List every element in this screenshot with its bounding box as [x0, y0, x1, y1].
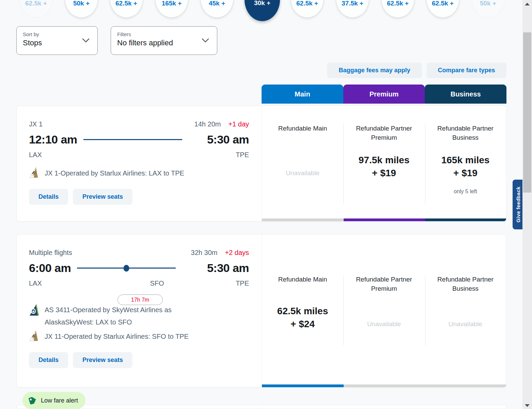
- award-price-bubble[interactable]: 30k +: [245, 0, 280, 21]
- day-offset-badge: +1 day: [228, 120, 249, 128]
- fare-unavailable: Unavailable: [262, 169, 343, 177]
- compare-fare-types-button[interactable]: Compare fare types: [426, 63, 506, 78]
- segment-row: JX 11-Operated by Starlux Airlines: SFO …: [29, 330, 249, 343]
- starlux-tail-logo-icon: [29, 330, 40, 341]
- tab-main[interactable]: Main: [262, 85, 343, 104]
- sort-by-dropdown[interactable]: Sort by Stops: [16, 26, 98, 55]
- award-price-label: 62.5k +: [426, 0, 459, 7]
- baggage-fees-button[interactable]: Baggage fees may apply: [327, 63, 422, 78]
- fare-name: Refundable Partner Business: [431, 124, 500, 145]
- departure-time: 6:00 am: [29, 261, 71, 275]
- details-button[interactable]: Details: [29, 352, 68, 368]
- departure-time: 12:10 am: [29, 133, 77, 146]
- segment-operated-by: JX 1-Operated by Starlux Airlines: LAX t…: [45, 167, 184, 179]
- low-fare-alert-badge: Low fare alert: [22, 392, 85, 409]
- fare-unavailable: Unavailable: [425, 320, 506, 328]
- fare-cell-premium[interactable]: Refundable Partner Premium 97.5k miles +…: [343, 124, 425, 221]
- fare-cell-main[interactable]: Refundable Main Unavailable: [262, 124, 343, 221]
- award-price-label: 62.5k +: [110, 0, 143, 7]
- filters-label: Filters: [117, 31, 211, 37]
- scrollbar-thumb[interactable]: [523, 32, 531, 193]
- strip-main: [262, 384, 344, 387]
- flight-card: JX 1 14h 20m +1 day 12:10 am 5:30 am LAX…: [16, 106, 506, 222]
- award-price-row: 62.5k +50k +62.5k +165k +45k +30k +62.5k…: [0, 0, 532, 27]
- give-feedback-label: Give feedback: [515, 186, 521, 223]
- destination-code: TPE: [236, 151, 249, 159]
- award-price-bubble[interactable]: 45k +: [200, 0, 234, 18]
- strip-main-unavailable: [262, 218, 344, 221]
- fare-taxes: + $24: [262, 318, 343, 331]
- arrival-time: 5:30 am: [207, 133, 249, 146]
- day-offset-badge: +2 days: [225, 249, 249, 257]
- fare-cell-business[interactable]: Refundable Partner Business 165k miles +…: [425, 124, 506, 221]
- flight-number: JX 1: [29, 120, 43, 128]
- give-feedback-tab[interactable]: Give feedback: [513, 180, 523, 229]
- layover-duration-pill: 17h 7m: [118, 294, 163, 305]
- award-price-bubble[interactable]: 37.5k +: [336, 0, 369, 18]
- destination-code: TPE: [236, 279, 249, 287]
- award-price-label: 37.5k +: [336, 0, 369, 7]
- flight-path-line: [83, 139, 182, 140]
- fare-class-strips: [262, 384, 506, 387]
- chevron-down-icon: [82, 37, 90, 43]
- tab-premium[interactable]: Premium: [343, 85, 425, 104]
- award-price-label: 30k +: [245, 0, 280, 7]
- fare-unavailable: Unavailable: [343, 320, 425, 328]
- award-price-bubble[interactable]: 50k +: [65, 0, 98, 18]
- award-price-bubble[interactable]: 62.5k +: [19, 0, 53, 18]
- scrollbar-track[interactable]: [522, 0, 532, 409]
- origin-code: LAX: [29, 151, 42, 159]
- fare-miles: 62.5k miles: [262, 305, 343, 318]
- tab-business[interactable]: Business: [425, 85, 506, 104]
- fare-miles: 97.5k miles: [343, 154, 425, 167]
- segment-row: JX 1-Operated by Starlux Airlines: LAX t…: [29, 167, 249, 179]
- stopover-code: SFO: [140, 279, 174, 287]
- fare-price: 62.5k miles + $24: [262, 305, 343, 331]
- flight-duration: 14h 20m: [194, 120, 221, 128]
- award-price-bubble[interactable]: 62.5k +: [110, 0, 143, 18]
- flight-card: Multiple flights 32h 30m +2 days 6:00 am…: [16, 234, 506, 388]
- fare-cell-main[interactable]: Refundable Main 62.5k miles + $24: [262, 275, 343, 387]
- flight-number: Multiple flights: [29, 249, 72, 257]
- award-price-label: 62.5k +: [20, 0, 52, 7]
- alaska-tail-logo-icon: [29, 304, 40, 316]
- strip-business: [425, 218, 506, 221]
- filters-value: No filters applied: [117, 39, 211, 47]
- fare-price: 97.5k miles + $19: [343, 154, 425, 180]
- scroll-up-arrow-icon[interactable]: [525, 3, 530, 5]
- preview-seats-button[interactable]: Preview seats: [73, 189, 132, 205]
- low-fare-alert-label: Low fare alert: [41, 397, 78, 404]
- column-divider: [343, 275, 344, 345]
- fare-taxes: + $19: [343, 167, 425, 180]
- fare-price: 165k miles + $19: [425, 154, 506, 180]
- flight-path-line: [77, 268, 176, 269]
- fare-name: Refundable Main: [268, 124, 338, 145]
- sort-by-label: Sort by: [23, 31, 91, 37]
- award-price-bubble[interactable]: 62.5k +: [381, 0, 414, 18]
- chevron-down-icon: [201, 37, 209, 43]
- fare-cell-business[interactable]: Refundable Partner Business Unavailable: [425, 275, 506, 387]
- flight-card-partial: [16, 405, 506, 409]
- details-button[interactable]: Details: [29, 189, 68, 205]
- award-price-bubble[interactable]: 62.5k +: [291, 0, 324, 18]
- fare-name: Refundable Partner Premium: [349, 275, 419, 296]
- flight-results-page: 62.5k +50k +62.5k +165k +45k +30k +62.5k…: [0, 0, 532, 409]
- fare-name: Refundable Partner Premium: [349, 124, 419, 145]
- preview-seats-button[interactable]: Preview seats: [73, 352, 132, 368]
- fare-panel: [262, 405, 506, 409]
- origin-code: LAX: [29, 279, 42, 287]
- fare-cell-premium[interactable]: Refundable Partner Premium Unavailable: [343, 275, 425, 387]
- award-price-bubble[interactable]: 165k +: [155, 0, 188, 18]
- award-price-label: 50k +: [472, 0, 504, 7]
- award-price-bubble[interactable]: 50k +: [471, 0, 505, 18]
- flight-duration: 32h 30m: [191, 249, 218, 257]
- column-divider: [425, 123, 425, 204]
- segment-row: AS 3411-Operated by SkyWest Airlines as …: [29, 304, 249, 328]
- award-price-label: 165k +: [155, 0, 188, 7]
- sort-by-value: Stops: [23, 39, 91, 47]
- filters-dropdown[interactable]: Filters No filters applied: [111, 26, 217, 55]
- scroll-down-arrow-icon[interactable]: [525, 404, 530, 407]
- starlux-tail-logo-icon: [29, 167, 40, 178]
- strip-business-unavailable: [425, 384, 506, 387]
- award-price-bubble[interactable]: 62.5k +: [426, 0, 459, 18]
